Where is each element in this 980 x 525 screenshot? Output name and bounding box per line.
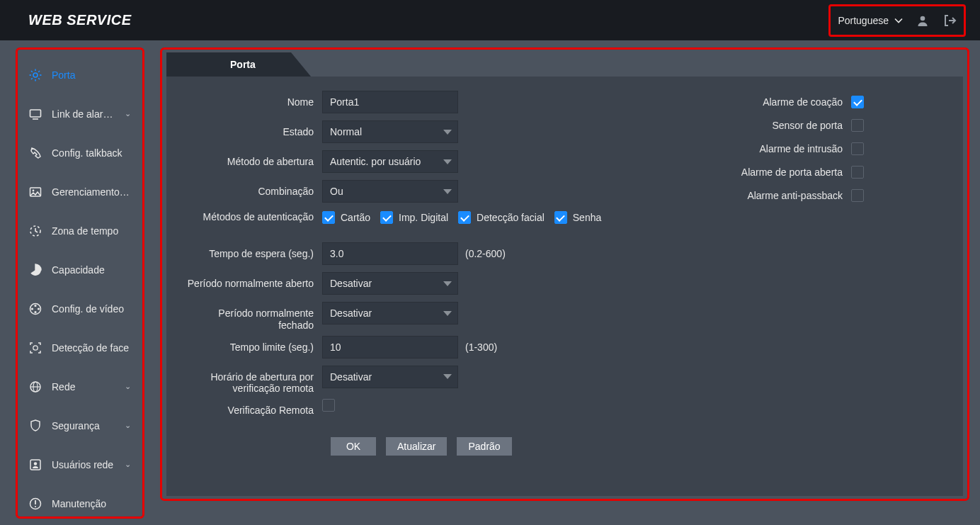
- sidebar-item-image-mgmt[interactable]: Gerenciamento de imagem: [18, 172, 142, 211]
- caret-down-icon: [443, 281, 452, 286]
- checkbox-face-label: Detecção facial: [477, 212, 545, 223]
- label-alarm-intrusion: Alarme de intrusão: [759, 143, 843, 154]
- sidebar: Porta Link de alarme ⌄ Config. talkback …: [16, 47, 144, 519]
- svg-line-6: [31, 71, 33, 72]
- label-remote-verify: Verificação Remota: [181, 399, 322, 417]
- label-auth-methods: Métodos de autenticação: [181, 210, 322, 223]
- sidebar-label: Manutenção: [52, 498, 131, 509]
- checkbox-card[interactable]: [322, 211, 335, 224]
- svg-point-0: [921, 16, 925, 21]
- tab-porta[interactable]: Porta: [166, 52, 291, 77]
- svg-point-20: [33, 345, 38, 349]
- sidebar-item-video-config[interactable]: Config. de vídeo: [18, 289, 142, 328]
- normally-closed-value: Desativar: [330, 307, 372, 319]
- sidebar-item-porta[interactable]: Porta: [18, 55, 142, 94]
- open-method-value: Autentic. por usuário: [330, 156, 421, 167]
- label-timeout: Tempo limite (seg.): [181, 336, 322, 354]
- checkbox-door-sensor[interactable]: [851, 119, 864, 132]
- header: WEB SERVICE Portuguese: [0, 0, 980, 40]
- remote-open-time-select[interactable]: Desativar: [322, 366, 458, 388]
- ok-button[interactable]: OK: [331, 437, 376, 456]
- wait-time-input[interactable]: [322, 242, 458, 265]
- label-alarm-coercion: Alarme de coação: [763, 96, 843, 108]
- svg-line-8: [31, 78, 33, 79]
- svg-point-16: [34, 304, 36, 306]
- checkbox-alarm-intrusion[interactable]: [851, 142, 864, 155]
- checkbox-alarm-door-open[interactable]: [851, 166, 864, 179]
- reel-icon: [29, 303, 42, 315]
- face-icon: [29, 341, 42, 354]
- clock-icon: [29, 225, 42, 237]
- sidebar-item-network[interactable]: Rede ⌄: [18, 367, 142, 406]
- sidebar-item-maintenance[interactable]: Manutenção: [18, 484, 142, 523]
- label-normally-open: Período normalmente aberto: [181, 272, 322, 290]
- timeout-input[interactable]: [322, 336, 458, 359]
- sidebar-item-capacity[interactable]: Capacidade: [18, 250, 142, 289]
- sidebar-label: Porta: [52, 69, 131, 81]
- sidebar-label: Config. talkback: [52, 147, 131, 159]
- sidebar-item-face-detect[interactable]: Detecção de face: [18, 328, 142, 367]
- globe-icon: [29, 380, 42, 393]
- chevron-down-icon: ⌄: [125, 421, 131, 430]
- name-input[interactable]: [322, 91, 458, 113]
- user-icon: [29, 458, 42, 471]
- label-wait-time: Tempo de espera (seg.): [181, 242, 322, 260]
- sidebar-item-security[interactable]: Segurança ⌄: [18, 406, 142, 445]
- label-alarm-anti-passback: Alarme anti-passback: [747, 190, 843, 201]
- checkbox-password-label: Senha: [573, 212, 601, 223]
- label-combination: Combinação: [181, 180, 322, 198]
- checkbox-fingerprint[interactable]: [380, 211, 393, 224]
- svg-line-9: [38, 71, 40, 72]
- checkbox-alarm-coercion[interactable]: [851, 96, 864, 108]
- refresh-button[interactable]: Atualizar: [386, 437, 447, 456]
- checkbox-face[interactable]: [458, 211, 471, 224]
- sidebar-item-talkback[interactable]: Config. talkback: [18, 133, 142, 172]
- form-left: Nome Estado Normal Método de a: [181, 91, 605, 482]
- svg-point-28: [35, 506, 36, 507]
- sidebar-label: Usuários rede: [52, 459, 115, 470]
- shield-icon: [29, 419, 42, 432]
- label-normally-closed: Período normalmente fechado: [181, 302, 322, 332]
- state-value: Normal: [330, 126, 362, 137]
- monitor-icon: [29, 108, 42, 120]
- main-panel: Porta Nome Estado Normal: [160, 47, 969, 501]
- normally-open-select[interactable]: Desativar: [322, 272, 458, 295]
- svg-point-1: [33, 73, 38, 77]
- sidebar-label: Capacidade: [52, 264, 131, 276]
- state-select[interactable]: Normal: [322, 120, 458, 143]
- user-icon[interactable]: [916, 13, 930, 28]
- sidebar-label: Link de alarme: [52, 108, 115, 120]
- label-state: Estado: [181, 120, 322, 138]
- sidebar-label: Rede: [52, 381, 115, 393]
- sidebar-label: Detecção de face: [52, 342, 131, 354]
- sidebar-label: Gerenciamento de imagem: [52, 186, 131, 198]
- pie-icon: [29, 264, 42, 276]
- caret-down-icon: [443, 374, 452, 379]
- svg-point-17: [34, 310, 36, 312]
- sidebar-item-alarm-link[interactable]: Link de alarme ⌄: [18, 94, 142, 133]
- svg-rect-10: [30, 110, 41, 117]
- default-button[interactable]: Padrão: [457, 437, 511, 456]
- image-icon: [29, 186, 42, 198]
- open-method-select[interactable]: Autentic. por usuário: [322, 150, 458, 173]
- checkbox-alarm-anti-passback[interactable]: [851, 189, 864, 202]
- caret-down-icon: [443, 311, 452, 316]
- sidebar-item-timezone[interactable]: Zona de tempo: [18, 211, 142, 250]
- logout-icon[interactable]: [942, 13, 957, 28]
- svg-point-18: [31, 307, 33, 310]
- app-title: WEB SERVICE: [28, 12, 132, 28]
- phone-icon: [29, 147, 42, 159]
- label-remote-open-time: Horário de abertura por verificação remo…: [181, 366, 322, 395]
- checkbox-remote-verify[interactable]: [322, 399, 335, 412]
- sidebar-label: Segurança: [52, 420, 115, 431]
- sidebar-item-network-users[interactable]: Usuários rede ⌄: [18, 445, 142, 484]
- chevron-down-icon: ⌄: [125, 109, 131, 118]
- language-label: Portuguese: [838, 15, 889, 26]
- language-selector[interactable]: Portuguese: [838, 15, 903, 26]
- combination-value: Ou: [330, 186, 343, 197]
- remote-open-time-value: Desativar: [330, 371, 372, 383]
- timeout-hint: (1-300): [465, 341, 497, 353]
- combination-select[interactable]: Ou: [322, 180, 458, 203]
- normally-closed-select[interactable]: Desativar: [322, 302, 458, 324]
- checkbox-password[interactable]: [554, 211, 567, 224]
